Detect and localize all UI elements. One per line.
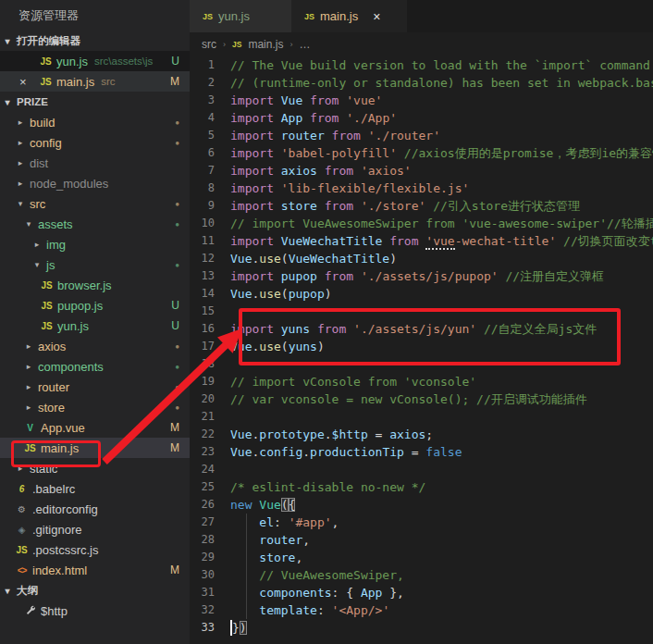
code-line-30[interactable]: 30 // VueAwesomeSwiper, [190,566,653,584]
code-line-33[interactable]: 33}) [190,619,653,637]
item-label: .babelrc [32,482,75,496]
code-line-11[interactable]: 11import VueWechatTitle from 'vue-wechat… [190,232,653,250]
tree-item-img[interactable]: ▸img [0,234,190,254]
code-line-2[interactable]: 2// (runtime-only or standalone) has bee… [190,74,653,92]
line-number: 6 [190,144,230,162]
code-line-13[interactable]: 13import pupop from './assets/js/pupop' … [190,267,653,285]
code-line-18[interactable]: 18 [190,355,653,373]
tree-item-yun.js[interactable]: JSyun.jssrc\assets\jsU [0,51,190,71]
line-number: 19 [190,373,230,390]
tree-item-store[interactable]: ▸store● [0,397,190,417]
tree-item-js[interactable]: ▾js● [0,254,190,275]
code-line-4[interactable]: 4import App from './App' [190,109,653,127]
code-line-24[interactable]: 24 [190,461,653,478]
code-line-29[interactable]: 29 store, [190,549,653,566]
tree-item-dist[interactable]: ▸dist [0,153,190,173]
code-line-22[interactable]: 22Vue.prototype.$http = axios; [190,426,653,443]
code-line-31[interactable]: 31 components: { App }, [190,584,653,601]
item-label: App.vue [41,421,85,435]
chevron-expanded-icon: ▾ [30,260,44,269]
item-label: .gitignore [32,523,81,537]
item-description: src [101,76,115,87]
code-line-1[interactable]: 1// The Vue build version to load with t… [190,56,653,74]
explorer-title: 资源管理器 [0,0,190,31]
code-line-21[interactable]: 21 [190,408,653,426]
section-header--[interactable]: ▾大纲 [0,580,190,601]
code-line-6[interactable]: 6import 'babel-polyfill' //axios使用的是prom… [190,144,653,162]
code-line-32[interactable]: 32 template: '<App/>' [190,601,653,619]
code-line-20[interactable]: 20// var vconsole = new vConsole(); //开启… [190,390,653,408]
git-status-dot-icon: ● [175,220,179,229]
tree-item-browser.js[interactable]: JSbrowser.js [0,275,190,295]
code-line-27[interactable]: 27 el: '#app', [190,514,653,531]
tree-item-node_modules[interactable]: ▸node_modules [0,173,190,193]
item-label: build [30,116,55,130]
chevron-expanded-icon: ▾ [13,199,28,208]
line-number: 1 [190,56,230,74]
code-line-23[interactable]: 23Vue.config.productionTip = false [190,443,653,461]
breadcrumb-src[interactable]: src [202,38,216,51]
tree-item-pupop.js[interactable]: JSpupop.jsU [0,295,190,316]
code-line-16[interactable]: 16import yuns from './assets/js/yun' //自… [190,320,653,338]
chevron-collapsed-icon: ▸ [13,464,28,473]
item-label: $http [41,604,68,618]
line-number: 3 [190,92,230,109]
code-line-26[interactable]: 26new Vue({ [190,496,653,514]
tree-item-assets[interactable]: ▾assets● [0,214,190,234]
close-editor-icon[interactable]: × [19,75,27,89]
code-line-14[interactable]: 14Vue.use(pupop) [190,285,653,303]
item-label: 大纲 [17,584,38,598]
code-line-17[interactable]: 17Vue.use(yuns) [190,338,653,355]
tree-item-axios[interactable]: ▸axios● [0,336,190,356]
tree-item-index.html[interactable]: <>index.htmlM [0,560,190,580]
tree-item-.editorconfig[interactable]: ⚙.editorconfig [0,499,190,519]
tree-item-build[interactable]: ▸build● [0,112,190,132]
tab-label: main.js [320,9,358,23]
code-line-10[interactable]: 10// import VueAwesomeSwiper from 'vue-a… [190,215,653,232]
close-tab-icon[interactable]: × [373,9,380,24]
code-line-7[interactable]: 7import axios from 'axios' [190,162,653,180]
tree-item-yun.js[interactable]: JSyun.jsU [0,316,190,336]
code-line-5[interactable]: 5import router from './router' [190,127,653,144]
code-line-3[interactable]: 3import Vue from 'vue' [190,92,653,109]
tree-item-config[interactable]: ▸config● [0,132,190,153]
git-status-badge: M [170,441,179,454]
tree-item-.babelrc[interactable]: 6.babelrc [0,478,190,499]
item-label: main.js [56,75,94,89]
code-line-25[interactable]: 25/* eslint-disable no-new */ [190,478,653,496]
tab-mainjs[interactable]: JS main.js × [291,0,407,32]
code-area[interactable]: 1// The Vue build version to load with t… [190,56,653,644]
tab-yunjs[interactable]: JS yun.js [190,0,291,32]
tree-item-main.js[interactable]: JSmain.jsM [0,438,190,458]
tree-item-app.vue[interactable]: VApp.vueM [0,417,190,438]
tree-item-src[interactable]: ▾src● [0,193,190,214]
git-status-badge: U [171,319,179,332]
line-number: 26 [190,496,230,514]
code-line-12[interactable]: 12Vue.use(VueWechatTitle) [190,250,653,267]
tree-item-static[interactable]: ▸static [0,458,190,478]
section-header-prize[interactable]: ▾PRIZE [0,92,190,112]
line-number: 10 [190,215,230,232]
git-status-dot-icon: ● [175,139,179,147]
tree-item-.gitignore[interactable]: ◈.gitignore [0,519,190,539]
breadcrumb[interactable]: src › JS main.js › … [190,32,653,56]
code-line-8[interactable]: 8import 'lib-flexible/flexible.js' [190,180,653,197]
line-number: 14 [190,285,230,303]
code-line-15[interactable]: 15 [190,303,653,320]
tree-item-router[interactable]: ▸router● [0,377,190,397]
section-header--[interactable]: ▾打开的编辑器 [0,31,190,51]
code-line-9[interactable]: 9import store from './store' //引入store进行… [190,197,653,215]
line-number: 13 [190,267,230,285]
tree-item-$http[interactable]: $http [0,601,190,621]
git-status-badge: M [170,421,179,434]
js-file-icon: JS [38,301,55,311]
code-line-28[interactable]: 28 router, [190,531,653,549]
breadcrumb-file[interactable]: main.js [248,38,283,51]
tree-item-main.js[interactable]: ×JSmain.jssrcM [0,71,190,92]
chevron-collapsed-icon: ▸ [13,179,28,188]
code-line-19[interactable]: 19// import vConsole from 'vconsole' [190,373,653,390]
chevron-collapsed-icon: ▸ [13,118,28,127]
tree-item-components[interactable]: ▸components● [0,356,190,377]
tree-item-.postcssrc.js[interactable]: JS.postcssrc.js [0,539,190,560]
breadcrumb-symbol[interactable]: … [299,38,310,51]
